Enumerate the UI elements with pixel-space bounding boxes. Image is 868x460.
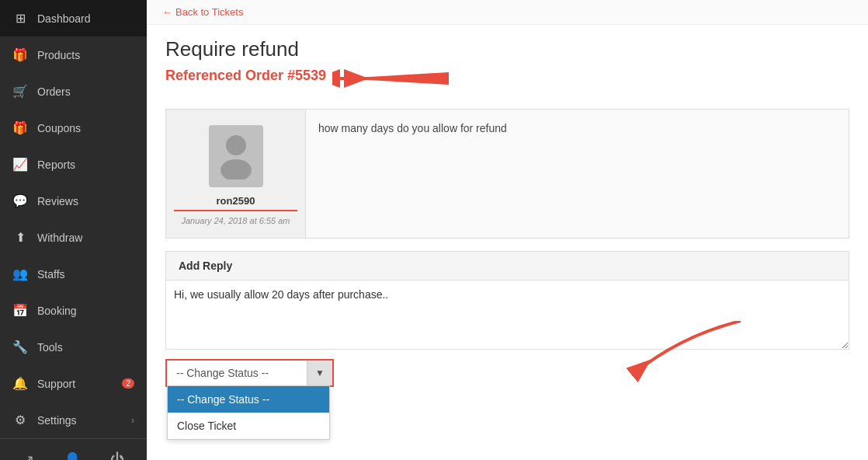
- support-badge: 2: [122, 378, 134, 389]
- dashboard-icon: ⊞: [12, 11, 28, 26]
- back-link-text: Back to Tickets: [175, 6, 243, 18]
- content-area: Require refund Referenced Order #5539: [147, 25, 868, 460]
- tools-icon: 🔧: [12, 340, 28, 354]
- settings-icon: ⚙: [12, 413, 28, 427]
- sidebar-item-label: Support: [37, 378, 113, 390]
- sidebar-item-orders[interactable]: 🛒 Orders: [0, 73, 147, 110]
- sidebar-item-support[interactable]: 🔔 Support 2: [0, 365, 147, 402]
- sidebar-item-reports[interactable]: 📈 Reports: [0, 146, 147, 183]
- sidebar-item-dashboard[interactable]: ⊞ Dashboard: [0, 0, 147, 37]
- add-reply-section: Add Reply -- Change Status -- Clo: [165, 251, 849, 387]
- sidebar-item-label: Withdraw: [37, 232, 134, 244]
- status-select[interactable]: -- Change Status -- Close Ticket: [167, 361, 307, 385]
- status-option-close[interactable]: Close Ticket: [168, 413, 329, 439]
- user-panel: ron2590 January 24, 2018 at 6:55 am: [166, 110, 306, 238]
- status-select-row: -- Change Status -- Close Ticket ▼: [167, 361, 332, 385]
- user-icon[interactable]: 👤: [59, 447, 85, 460]
- reviews-icon: 💬: [12, 193, 28, 208]
- status-wrapper: -- Change Status -- Close Ticket ▼ -- Ch…: [165, 359, 334, 387]
- message-text: how many days do you allow for refund: [306, 110, 849, 238]
- sidebar-item-tools[interactable]: 🔧 Tools: [0, 329, 147, 365]
- products-icon: 🎁: [12, 47, 28, 62]
- withdraw-icon: ⬆: [12, 230, 28, 245]
- avatar: [209, 125, 263, 187]
- page-title: Require refund: [165, 37, 849, 61]
- sidebar-item-label: Settings: [37, 414, 122, 427]
- reports-icon: 📈: [12, 157, 28, 172]
- avatar-silhouette: [217, 133, 255, 179]
- sidebar-item-label: Products: [37, 49, 134, 61]
- sidebar-item-label: Tools: [37, 341, 134, 354]
- sidebar-item-label: Orders: [37, 85, 134, 98]
- main-content: ← Back to Tickets Require refund Referen…: [147, 0, 868, 460]
- status-dropdown-options: -- Change Status -- Close Ticket: [167, 385, 330, 440]
- sidebar-item-label: Reports: [37, 159, 134, 171]
- username: ron2590: [217, 195, 255, 207]
- svg-point-6: [226, 135, 246, 155]
- sidebar-bottom: ↗ 👤 ⏻: [0, 438, 147, 460]
- status-dropdown-button[interactable]: ▼: [307, 361, 332, 385]
- staffs-icon: 👥: [12, 267, 28, 281]
- chevron-right-icon: ›: [131, 415, 134, 426]
- sidebar-item-booking[interactable]: 📅 Booking: [0, 292, 147, 329]
- sidebar-item-label: Staffs: [37, 268, 134, 281]
- coupons-icon: 🎁: [12, 120, 28, 135]
- sidebar-item-label: Coupons: [37, 122, 134, 134]
- arrow-annotation-svg: [332, 69, 449, 88]
- add-reply-header: Add Reply: [165, 251, 849, 280]
- referenced-order[interactable]: Referenced Order #5539: [165, 68, 326, 84]
- sidebar-item-coupons[interactable]: 🎁 Coupons: [0, 110, 147, 146]
- back-arrow-icon: ←: [162, 6, 172, 18]
- message-date: January 24, 2018 at 6:55 am: [174, 210, 297, 225]
- sidebar: ⊞ Dashboard 🎁 Products 🛒 Orders 🎁 Coupon…: [0, 0, 147, 460]
- sidebar-item-settings[interactable]: ⚙ Settings ›: [0, 402, 147, 438]
- svg-point-7: [220, 159, 252, 179]
- message-box: ron2590 January 24, 2018 at 6:55 am how …: [165, 109, 849, 239]
- orders-icon: 🛒: [12, 84, 28, 99]
- status-section: -- Change Status -- Close Ticket ▼ -- Ch…: [165, 359, 334, 387]
- svg-marker-5: [342, 72, 449, 85]
- support-icon: 🔔: [12, 376, 28, 391]
- back-to-tickets-link[interactable]: ← Back to Tickets: [147, 0, 868, 25]
- sidebar-item-reviews[interactable]: 💬 Reviews: [0, 183, 147, 219]
- power-icon[interactable]: ⏻: [106, 447, 129, 460]
- sidebar-item-products[interactable]: 🎁 Products: [0, 37, 147, 73]
- external-link-icon[interactable]: ↗: [18, 447, 39, 460]
- sidebar-item-label: Booking: [37, 305, 134, 317]
- sidebar-item-withdraw[interactable]: ⬆ Withdraw: [0, 219, 147, 256]
- status-option-change[interactable]: -- Change Status --: [168, 386, 329, 413]
- booking-icon: 📅: [12, 303, 28, 318]
- reply-textarea[interactable]: [165, 280, 849, 350]
- message-body: how many days do you allow for refund: [318, 122, 507, 134]
- sidebar-item-staffs[interactable]: 👥 Staffs: [0, 256, 147, 292]
- sidebar-item-label: Dashboard: [37, 12, 134, 25]
- sidebar-item-label: Reviews: [37, 195, 134, 207]
